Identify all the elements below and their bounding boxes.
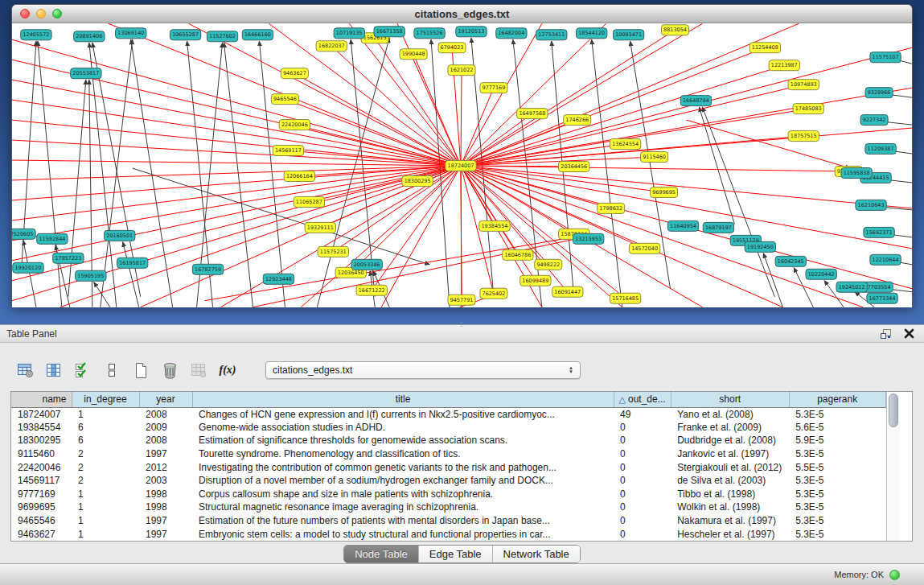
table-row[interactable]: 2242004622012Investigating the contribut… [11, 460, 885, 474]
graph-node[interactable]: 20053346 [351, 259, 382, 270]
graph-node[interactable]: 12066164 [284, 171, 314, 181]
network-canvas[interactable]: 1872400718300295193845541682203715626151… [12, 23, 912, 307]
graph-node[interactable]: 11527602 [207, 31, 237, 42]
graph-node[interactable]: 1990448 [400, 49, 427, 60]
graph-node[interactable]: 13215953 [573, 233, 604, 244]
graph-node[interactable]: 16671222 [356, 285, 387, 295]
graph-node[interactable]: 11592844 [37, 233, 68, 244]
graph-node[interactable]: 14569117 [273, 146, 303, 156]
column-header-short[interactable]: short [671, 392, 789, 407]
graph-node[interactable]: 9329966 [865, 88, 893, 98]
graph-node[interactable]: 9777169 [480, 83, 507, 93]
column-header-title[interactable]: title [192, 392, 614, 407]
graph-node[interactable]: 16482004 [496, 28, 527, 39]
table-row[interactable]: 946362711997Embryonic stem cells: a mode… [11, 527, 885, 541]
table-row[interactable]: 1830029562008Estimation of significance … [11, 434, 885, 447]
graph-node[interactable]: 9227342 [860, 115, 888, 126]
graph-node[interactable]: 22420046 [279, 120, 310, 130]
graph-node[interactable]: 15905195 [76, 270, 106, 281]
graph-node[interactable]: 16773344 [867, 293, 897, 303]
graph-node[interactable]: 18724007 [446, 161, 476, 171]
table-row[interactable]: 911546021997Tourette syndrome. Phenomeno… [11, 447, 885, 461]
column-header-pagerank[interactable]: pagerank [789, 392, 885, 407]
function-builder-icon[interactable]: f(x) [219, 361, 236, 379]
graph-node[interactable]: 9498222 [535, 259, 562, 270]
graph-node[interactable]: 16046786 [503, 249, 533, 260]
graph-node[interactable]: 6794023 [438, 43, 466, 53]
graph-node[interactable]: 12213987 [769, 60, 799, 71]
graph-node[interactable]: 18757515 [788, 131, 819, 142]
select-rows-icon[interactable] [74, 361, 92, 379]
table-settings-icon[interactable] [16, 361, 34, 379]
graph-node[interactable]: 16466160 [242, 30, 273, 40]
graph-node[interactable]: 14572040 [629, 243, 659, 253]
graph-node[interactable]: 9457791 [448, 295, 475, 305]
graph-node[interactable]: 12520605 [12, 229, 35, 239]
row-height-icon[interactable] [103, 361, 121, 379]
zoom-window-button[interactable] [52, 9, 62, 19]
graph-node[interactable]: 13624554 [610, 139, 640, 150]
graph-node[interactable]: 19329111 [305, 222, 335, 233]
graph-node[interactable]: 9115460 [641, 152, 668, 163]
close-window-button[interactable] [20, 9, 30, 19]
tab-node-table[interactable]: Node Table [344, 546, 419, 562]
graph-node[interactable]: 11209387 [865, 144, 896, 154]
graph-node[interactable]: 16195817 [117, 257, 148, 268]
graph-node[interactable]: 8813054 [662, 25, 689, 35]
scrollbar-thumb[interactable] [889, 393, 898, 427]
graph-node[interactable]: 16671358 [374, 27, 405, 37]
graph-node[interactable]: 18544120 [577, 28, 607, 39]
graph-node[interactable]: 1621022 [448, 65, 475, 76]
graph-node[interactable]: 10719135 [334, 28, 364, 39]
table-selector-dropdown[interactable]: citations_edges.txt ▲▼ [265, 361, 581, 379]
graph-node[interactable]: 15692371 [864, 227, 894, 237]
graph-node[interactable]: 16099489 [520, 275, 551, 286]
panel-resize-grip[interactable]: ⌶ [455, 322, 468, 328]
graph-node[interactable]: 15716485 [610, 293, 640, 303]
graph-node[interactable]: 19120513 [456, 27, 487, 37]
graph-node[interactable]: 10655287 [170, 30, 200, 40]
graph-node[interactable]: 20364456 [559, 162, 589, 172]
graph-node[interactable]: 16042345 [775, 256, 806, 266]
column-header-year[interactable]: year [139, 392, 192, 407]
close-panel-icon[interactable] [904, 328, 914, 339]
tab-network-table[interactable]: Network Table [493, 546, 580, 562]
graph-node[interactable]: 11640954 [667, 220, 698, 231]
graph-node[interactable]: 20160501 [105, 230, 135, 241]
graph-node[interactable]: 16879197 [703, 222, 733, 233]
graph-node[interactable]: 16091447 [552, 286, 583, 297]
graph-node[interactable]: 12210644 [870, 254, 901, 265]
graph-node[interactable]: 11065287 [294, 196, 324, 207]
minimize-window-button[interactable] [36, 9, 46, 19]
graph-node[interactable]: 16210643 [856, 200, 886, 210]
graph-node[interactable]: 12405572 [21, 30, 51, 40]
graph-node[interactable]: 11595838 [841, 167, 872, 178]
graph-node[interactable]: 10974893 [788, 80, 819, 90]
table-row[interactable]: 969969511998Structural magnetic resonanc… [11, 501, 885, 514]
graph-node[interactable]: 16782759 [192, 264, 223, 274]
float-panel-icon[interactable] [880, 328, 892, 340]
graph-node[interactable]: 1798632 [598, 203, 625, 213]
column-header-in_degree[interactable]: in_degree [72, 392, 139, 407]
column-header-out_degree[interactable]: △out_de... [614, 392, 671, 407]
graph-node[interactable]: 9465546 [271, 94, 298, 105]
graph-node[interactable]: 17515526 [414, 28, 445, 39]
graph-node[interactable]: 18300295 [402, 175, 433, 186]
graph-node[interactable]: 19192450 [745, 241, 775, 252]
graph-node[interactable]: 1746266 [564, 115, 591, 126]
graph-node[interactable]: 16648784 [680, 96, 711, 106]
graph-node[interactable]: 16497568 [517, 109, 548, 119]
column-edit-icon[interactable] [45, 361, 63, 379]
graph-node[interactable]: 9699695 [651, 187, 678, 197]
table-row[interactable]: 1456911722003Disruption of a novel membe… [11, 474, 885, 488]
column-header-name[interactable]: name [11, 392, 72, 407]
graph-node[interactable]: 20553817 [71, 68, 101, 79]
graph-node[interactable]: 11575107 [870, 52, 901, 63]
graph-node[interactable]: 10093471 [613, 30, 643, 40]
tab-edge-table[interactable]: Edge Table [419, 546, 493, 562]
import-table-icon[interactable] [190, 361, 207, 379]
graph-node[interactable]: 19384554 [479, 220, 510, 231]
table-panel-header[interactable]: ⌶ Table Panel [0, 325, 924, 343]
table-row[interactable]: 1872400712008Changes of HCN gene express… [11, 407, 885, 421]
graph-node[interactable]: 12923448 [263, 274, 294, 284]
